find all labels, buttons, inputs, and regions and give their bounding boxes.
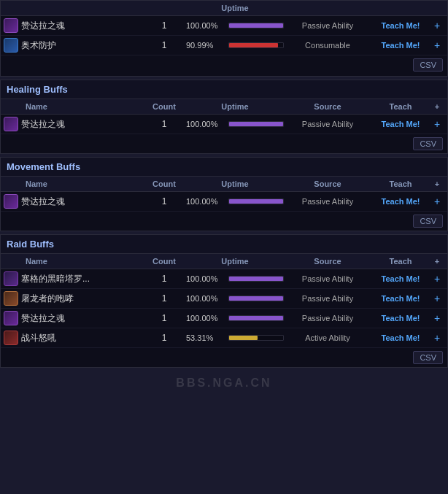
uptime-bar: [229, 122, 283, 126]
plus-button[interactable]: +: [430, 20, 444, 31]
uptime-bar: [229, 43, 278, 47]
table-row: 奥术防护 1 90.99% Consumable Teach Me! +: [1, 36, 447, 55]
col-name: Name: [4, 257, 142, 266]
csv-row: CSV: [1, 348, 447, 367]
uptime-pct: 100.00%: [186, 197, 224, 206]
plus-button[interactable]: +: [430, 118, 444, 130]
uptime-pct: 100.00%: [186, 274, 224, 283]
uptime-bar: [229, 23, 283, 28]
col-plus: +: [430, 257, 444, 266]
csv-row: CSV: [1, 55, 447, 74]
col-source: Source: [284, 180, 371, 188]
teach-cell: Teach Me!: [371, 333, 430, 343]
teach-button[interactable]: Teach Me!: [382, 197, 420, 206]
uptime-bar-bg: [228, 315, 284, 321]
uptime-bar: [229, 277, 283, 281]
plus-button[interactable]: +: [430, 273, 444, 285]
source-cell: Passive Ability: [284, 197, 371, 206]
uptime-cell: 100.00%: [186, 274, 284, 283]
table-row: 赞达拉之魂 1 100.00% Passive Ability Teach Me…: [1, 309, 447, 328]
uptime-bar-bg: [228, 23, 284, 28]
row-count: 1: [142, 313, 186, 323]
name-text: 塞格的黑暗塔罗...: [21, 273, 90, 285]
teach-button[interactable]: Teach Me!: [382, 21, 420, 30]
plus-button[interactable]: +: [430, 293, 444, 304]
col-source: Source: [284, 102, 371, 111]
movement-buffs-header: Movement Buffs: [1, 158, 447, 177]
uptime-bar-bg: [228, 198, 284, 204]
plus-button[interactable]: +: [430, 196, 444, 207]
plus-button[interactable]: +: [430, 312, 444, 324]
source-cell: Passive Ability: [284, 120, 371, 128]
teach-button[interactable]: Teach Me!: [382, 294, 420, 303]
uptime-cell: 100.00%: [186, 21, 284, 30]
csv-button[interactable]: CSV: [413, 137, 443, 150]
source-cell: Passive Ability: [284, 294, 371, 303]
spell-icon: [4, 291, 18, 306]
uptime-pct: 100.00%: [186, 314, 224, 323]
table-row: 赞达拉之魂 1 100.00% Passive Ability Teach Me…: [1, 115, 447, 134]
uptime-bar-bg: [228, 42, 284, 48]
teach-button[interactable]: Teach Me!: [382, 274, 420, 283]
col-count: Count: [142, 102, 186, 111]
name-text: 赞达拉之魂: [21, 118, 65, 131]
row-count: 1: [142, 333, 186, 343]
uptime-pct: 53.31%: [186, 333, 224, 342]
raid-buffs-header: Raid Buffs: [1, 235, 447, 254]
row-count: 1: [142, 196, 186, 207]
row-count: 1: [142, 119, 186, 129]
uptime-cell: 100.00%: [186, 120, 284, 128]
csv-row: CSV: [1, 212, 447, 231]
name-text: 屠龙者的咆哮: [21, 293, 74, 305]
col-count: Count: [142, 180, 186, 188]
col-count: Count: [142, 257, 186, 266]
teach-cell: Teach Me!: [371, 20, 430, 31]
row-name: 赞达拉之魂: [4, 311, 142, 325]
col-name: Name: [4, 180, 142, 188]
csv-button[interactable]: CSV: [413, 215, 443, 228]
healing-buffs-header: Healing Buffs: [1, 80, 447, 99]
teach-button[interactable]: Teach Me!: [382, 333, 420, 342]
row-name: 赞达拉之魂: [4, 117, 142, 131]
top-section: Uptime 赞达拉之魂 1 100.00% Passive Ability T…: [0, 0, 448, 77]
movement-buffs-section: Movement Buffs Name Count Uptime Source …: [0, 157, 448, 231]
table-row: 塞格的黑暗塔罗... 1 100.00% Passive Ability Tea…: [1, 269, 447, 289]
teach-cell: Teach Me!: [371, 196, 430, 207]
row-count: 1: [142, 293, 186, 304]
uptime-cell: 100.00%: [186, 294, 284, 303]
col-name-empty: [4, 4, 142, 12]
csv-row: CSV: [1, 134, 447, 153]
teach-cell: Teach Me!: [371, 274, 430, 284]
raid-table-header: Name Count Uptime Source Teach +: [1, 254, 447, 269]
row-count: 1: [142, 40, 186, 50]
teach-button[interactable]: Teach Me!: [382, 314, 420, 323]
plus-button[interactable]: +: [430, 332, 444, 344]
csv-button[interactable]: CSV: [413, 351, 443, 364]
uptime-cell: 100.00%: [186, 314, 284, 323]
spell-icon: [4, 18, 18, 33]
teach-button[interactable]: Teach Me!: [382, 41, 420, 50]
watermark: BBS.NGA.CN: [0, 371, 448, 395]
csv-button[interactable]: CSV: [413, 58, 443, 72]
table-row: 赞达拉之魂 1 100.00% Passive Ability Teach Me…: [1, 192, 447, 212]
col-uptime-top: Uptime: [186, 4, 284, 12]
name-text: 赞达拉之魂: [21, 20, 65, 32]
spell-icon: [4, 38, 18, 53]
raid-buffs-section: Raid Buffs Name Count Uptime Source Teac…: [0, 234, 448, 368]
source-cell: Passive Ability: [284, 21, 371, 30]
uptime-cell: 53.31%: [186, 333, 284, 342]
uptime-pct: 90.99%: [186, 41, 224, 50]
teach-button[interactable]: Teach Me!: [382, 120, 420, 128]
uptime-cell: 100.00%: [186, 197, 284, 206]
top-header: Uptime: [1, 1, 447, 16]
name-text: 奥术防护: [21, 39, 56, 52]
spell-icon: [4, 331, 18, 345]
uptime-bar-bg: [228, 276, 284, 282]
uptime-bar: [229, 316, 283, 320]
name-text: 赞达拉之魂: [21, 312, 65, 325]
plus-button[interactable]: +: [430, 39, 444, 51]
col-source-empty: [284, 4, 371, 12]
row-name: 屠龙者的咆哮: [4, 291, 142, 306]
col-teach: Teach: [371, 257, 430, 266]
healing-table-header: Name Count Uptime Source Teach +: [1, 99, 447, 115]
